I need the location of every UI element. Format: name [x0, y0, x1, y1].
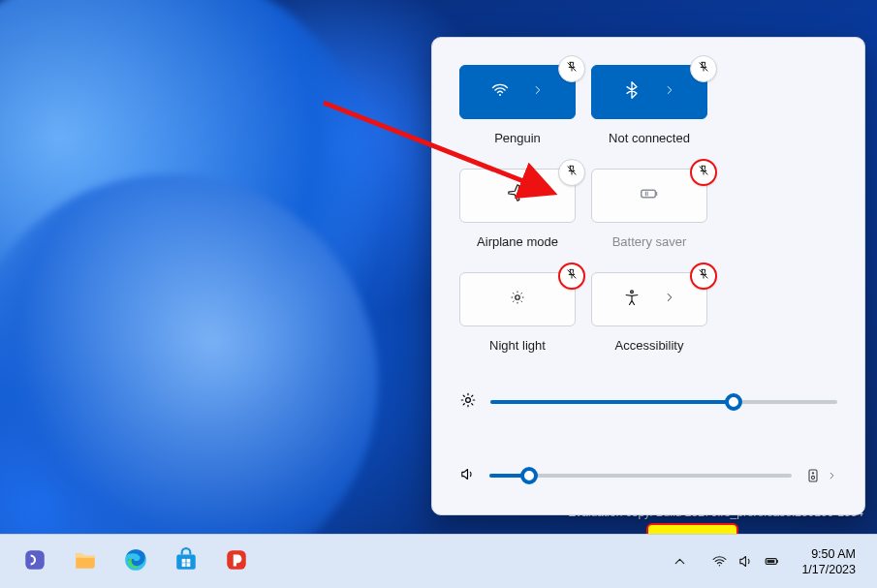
- clock-date: 1/17/2023: [801, 562, 856, 577]
- volume-slider-row: [459, 461, 837, 490]
- chevron-right-icon: [663, 83, 676, 101]
- store-icon: [173, 547, 199, 576]
- taskbar: 9:50 AM 1/17/2023: [0, 534, 877, 588]
- airplane-icon: [507, 183, 528, 208]
- clock-time: 9:50 AM: [801, 546, 856, 562]
- taskbar-edge[interactable]: [114, 542, 157, 581]
- tile-night-light: Night light: [459, 272, 576, 353]
- bluetooth-label: Not connected: [591, 131, 707, 145]
- svg-rect-2: [655, 192, 657, 196]
- brightness-slider-row: [459, 387, 837, 417]
- svg-rect-12: [176, 554, 196, 569]
- tile-bluetooth: Not connected: [591, 65, 707, 145]
- volume-slider[interactable]: [489, 474, 792, 478]
- taskbar-explorer[interactable]: [64, 542, 107, 581]
- night-light-icon: [509, 289, 526, 310]
- unpin-icon: [697, 164, 710, 181]
- unpin-icon: [565, 60, 579, 77]
- svg-point-0: [499, 94, 501, 96]
- speaker-icon: [459, 466, 476, 486]
- airplane-label: Airplane mode: [459, 234, 576, 249]
- unpin-icon: [565, 164, 579, 181]
- svg-rect-20: [777, 560, 778, 563]
- folder-icon: [73, 547, 98, 576]
- accessibility-icon: [622, 288, 642, 311]
- recorder-icon: [224, 547, 249, 576]
- unpin-button-accessibility[interactable]: [690, 263, 717, 290]
- taskbar-tray: 9:50 AM 1/17/2023: [662, 542, 863, 581]
- chat-icon: [22, 547, 47, 576]
- svg-point-4: [631, 291, 634, 294]
- unpin-button-airplane[interactable]: [558, 159, 585, 186]
- chevron-right-icon: [531, 83, 545, 101]
- tile-wifi: Penguin: [459, 65, 576, 145]
- svg-point-8: [812, 473, 813, 474]
- svg-rect-15: [182, 563, 186, 567]
- tray-overflow-button[interactable]: [662, 542, 698, 581]
- brightness-icon: [459, 391, 477, 413]
- chevron-right-icon: [663, 291, 676, 308]
- taskbar-chat[interactable]: [14, 542, 56, 581]
- unpin-icon: [697, 60, 710, 77]
- quick-settings-sliders: [459, 353, 837, 506]
- svg-point-3: [516, 295, 520, 300]
- volume-output-button[interactable]: [805, 468, 837, 483]
- unpin-button-bluetooth[interactable]: [690, 55, 717, 82]
- svg-rect-14: [187, 558, 191, 562]
- taskbar-recorder[interactable]: [215, 542, 258, 581]
- wifi-icon: [711, 553, 728, 570]
- bluetooth-icon: [622, 80, 642, 104]
- wifi-label: Penguin: [459, 131, 576, 145]
- svg-point-7: [811, 476, 814, 479]
- night-light-label: Night light: [459, 338, 576, 353]
- quick-settings-tiles: PenguinNot connectedAirplane modeBattery…: [459, 65, 837, 353]
- tile-accessibility: Accessibility: [591, 272, 707, 353]
- tile-battery-saver: Battery saver: [591, 169, 707, 249]
- unpin-button-night-light[interactable]: [558, 263, 585, 290]
- accessibility-label: Accessibility: [591, 338, 707, 353]
- svg-point-18: [719, 565, 720, 566]
- svg-rect-21: [767, 560, 775, 563]
- brightness-slider[interactable]: [490, 400, 837, 404]
- wifi-icon: [490, 80, 510, 104]
- svg-point-5: [466, 398, 471, 403]
- tray-network-volume-battery[interactable]: [702, 542, 790, 581]
- tile-airplane: Airplane mode: [459, 169, 576, 249]
- taskbar-clock[interactable]: 9:50 AM 1/17/2023: [794, 546, 863, 577]
- unpin-icon: [697, 267, 710, 285]
- battery-saver-label: Battery saver: [591, 234, 707, 249]
- quick-settings-flyout: PenguinNot connectedAirplane modeBattery…: [431, 37, 865, 515]
- battery-icon: [764, 553, 780, 570]
- unpin-button-battery-saver[interactable]: [690, 159, 717, 186]
- svg-rect-16: [187, 563, 191, 567]
- unpin-icon: [565, 267, 579, 285]
- svg-rect-13: [182, 558, 186, 562]
- speaker-icon: [737, 553, 754, 570]
- taskbar-store[interactable]: [165, 542, 207, 581]
- battery-saver-icon: [639, 183, 660, 208]
- unpin-button-wifi[interactable]: [558, 55, 585, 82]
- taskbar-apps: [14, 542, 258, 581]
- svg-rect-1: [642, 190, 656, 197]
- edge-icon: [123, 547, 148, 576]
